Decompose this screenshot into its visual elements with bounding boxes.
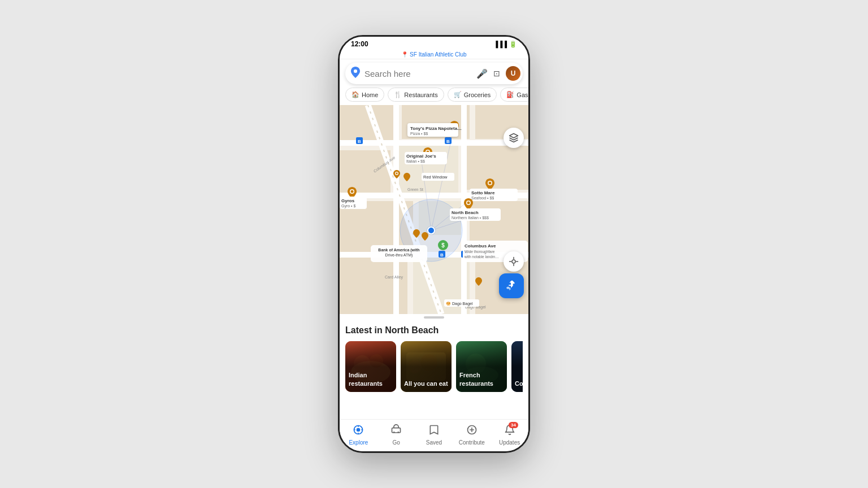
map-container[interactable]: Columbus Ave Green St Card Alley Dago Ba… [340, 105, 528, 314]
bottom-nav: Explore Go Saved [340, 419, 528, 451]
svg-rect-14 [340, 140, 528, 146]
search-action-icons: 🎤 ⊡ U [476, 66, 520, 81]
svg-text:Columbus Ave: Columbus Ave [465, 243, 496, 249]
svg-text:Italian • $$: Italian • $$ [406, 159, 425, 163]
svg-text:$: $ [441, 242, 445, 249]
svg-text:Green St: Green St [407, 188, 423, 191]
svg-text:with notable landm…: with notable landm… [464, 255, 499, 259]
contribute-icon [466, 424, 478, 438]
svg-text:Tony's Pizza Napoleta…: Tony's Pizza Napoleta… [410, 126, 462, 131]
explore-icon [353, 424, 364, 438]
restaurants-icon: 🍴 [394, 91, 402, 98]
signal-icon: ▐▐▐ [494, 41, 507, 47]
battery-icon: 🔋 [509, 41, 517, 48]
tab-groceries[interactable]: 🛒 Groceries [448, 88, 497, 102]
locate-me-button[interactable] [504, 251, 524, 272]
gas-icon: ⛽ [506, 91, 514, 98]
search-bar[interactable]: 🎤 ⊡ U [345, 63, 523, 84]
svg-rect-7 [464, 145, 528, 190]
svg-text:Gyros: Gyros [341, 198, 355, 203]
svg-text:B: B [358, 139, 361, 144]
nav-explore-label: Explore [349, 439, 368, 446]
svg-point-58 [489, 182, 492, 185]
updates-badge: 34 [509, 422, 518, 428]
lens-icon[interactable]: ⊡ [493, 69, 500, 78]
nav-explore[interactable]: Explore [340, 422, 377, 448]
tab-gas[interactable]: ⛽ Gas [500, 88, 528, 102]
svg-text:Card Alley: Card Alley [385, 275, 403, 280]
maps-pin-icon [351, 67, 360, 81]
cards-row: Indian restaurants All you can eat [345, 341, 523, 392]
nav-go-label: Go [393, 439, 400, 446]
card-french-overlay: French restaurants [456, 341, 507, 392]
card-allyoucaneat-label: All you can eat [404, 380, 448, 387]
svg-text:B: B [446, 139, 450, 144]
svg-text:Northern Italian • $$$: Northern Italian • $$$ [452, 216, 489, 220]
card-french[interactable]: French restaurants [456, 341, 507, 392]
tab-restaurants[interactable]: 🍴 Restaurants [388, 88, 444, 102]
svg-text:Original Joe's: Original Joe's [406, 154, 436, 159]
tab-home[interactable]: 🏠 Home [345, 88, 384, 102]
svg-text:North Beach: North Beach [452, 210, 479, 215]
svg-text:Drive-thru ATM): Drive-thru ATM) [385, 253, 413, 258]
time: 12:00 [351, 40, 368, 48]
svg-point-80 [512, 260, 515, 263]
nav-updates[interactable]: 34 Updates [491, 422, 528, 448]
svg-point-94 [398, 432, 400, 433]
svg-text:Wide thoroughfare: Wide thoroughfare [465, 250, 495, 254]
svg-rect-92 [392, 428, 401, 433]
card-french-label: French restaurants [459, 371, 504, 387]
svg-point-63 [467, 202, 470, 204]
link-icon: 📍 [401, 51, 410, 58]
card-indian-label: Indian restaurants [349, 371, 393, 387]
card-allyoucaneat-overlay: All you can eat [401, 341, 452, 392]
status-icons: ▐▐▐ 🔋 [494, 41, 517, 48]
svg-point-31 [428, 227, 435, 234]
nav-contribute[interactable]: Contribute [453, 422, 491, 448]
card-cocktail-label: Co… sh… [515, 380, 523, 387]
svg-text:Sotto Mare: Sotto Mare [471, 190, 495, 195]
groceries-icon: 🛒 [454, 91, 462, 98]
tab-home-label: Home [362, 91, 378, 98]
svg-text:Bank of America (with: Bank of America (with [378, 248, 419, 252]
search-input[interactable] [364, 69, 472, 79]
svg-text:Seafood • $$: Seafood • $$ [471, 196, 494, 200]
nav-go[interactable]: Go [377, 422, 415, 448]
map-background: Columbus Ave Green St Card Alley Dago Ba… [340, 105, 528, 314]
nav-contribute-label: Contribute [459, 439, 485, 446]
nav-saved-label: Saved [426, 439, 442, 446]
card-indian-overlay: Indian restaurants [345, 341, 396, 392]
tab-restaurants-label: Restaurants [404, 91, 437, 98]
tab-gas-label: Gas [517, 91, 528, 98]
latest-section: Latest in North Beach Indian restaurants [340, 319, 528, 399]
svg-text:Pizza • $$: Pizza • $$ [410, 132, 428, 136]
avatar[interactable]: U [506, 66, 520, 81]
svg-point-93 [393, 432, 395, 433]
go-icon [390, 424, 402, 438]
status-bar: 12:00 ▐▐▐ 🔋 [340, 37, 528, 50]
svg-point-0 [354, 69, 357, 73]
card-allyoucaneat[interactable]: All you can eat [401, 341, 452, 392]
category-tabs: 🏠 Home 🍴 Restaurants 🛒 Groceries ⛽ Gas [340, 88, 528, 105]
svg-text:🥯 Dago Bagel: 🥯 Dago Bagel [446, 301, 473, 306]
svg-rect-17 [393, 105, 399, 314]
mic-icon[interactable]: 🎤 [476, 68, 488, 79]
svg-text:Gyro • $: Gyro • $ [341, 204, 356, 208]
card-cocktail[interactable]: Co… sh… [511, 341, 523, 392]
link-text: SF Italian Athletic Club [410, 51, 467, 58]
svg-point-53 [351, 190, 354, 193]
map-link-bar[interactable]: 📍 SF Italian Athletic Club [340, 50, 528, 59]
tab-groceries-label: Groceries [464, 91, 491, 98]
nav-updates-label: Updates [499, 439, 520, 446]
card-cocktail-overlay: Co… sh… [511, 341, 523, 392]
card-indian[interactable]: Indian restaurants [345, 341, 396, 392]
svg-text:B: B [440, 252, 444, 258]
home-icon: 🏠 [351, 91, 359, 98]
layers-button[interactable] [504, 128, 524, 148]
latest-title: Latest in North Beach [345, 325, 523, 336]
svg-point-68 [396, 172, 398, 175]
nav-saved[interactable]: Saved [415, 422, 453, 448]
directions-button[interactable] [499, 273, 524, 298]
phone-frame: 12:00 ▐▐▐ 🔋 📍 SF Italian Athletic Club 🎤… [338, 35, 530, 453]
saved-icon [428, 424, 440, 438]
